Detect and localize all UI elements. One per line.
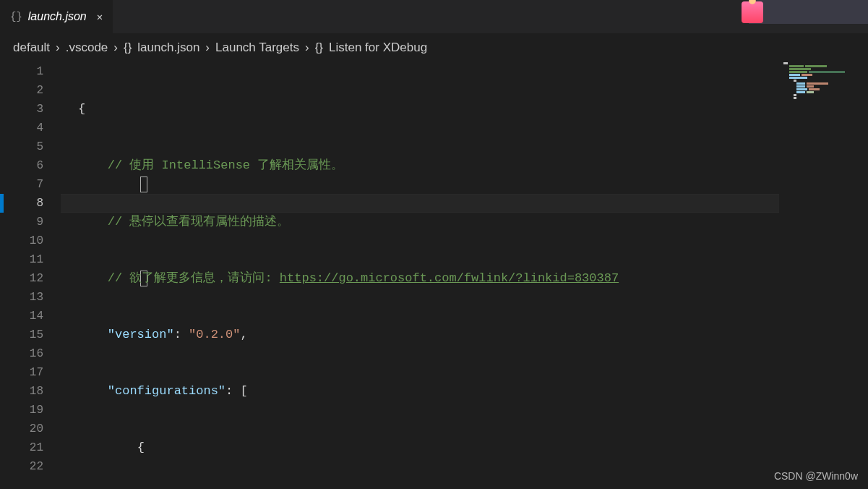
crumb-default[interactable]: default bbox=[13, 41, 50, 55]
chevron-icon: › bbox=[205, 41, 210, 55]
chevron-icon: › bbox=[305, 41, 309, 55]
code-line[interactable]: // 悬停以查看现有属性的描述。 bbox=[61, 213, 868, 231]
top-right-widget[interactable] bbox=[749, 0, 868, 24]
code-line[interactable]: "version": "0.2.0", bbox=[61, 326, 868, 344]
code-line[interactable]: { bbox=[61, 438, 868, 457]
docs-link[interactable]: https://go.microsoft.com/fwlink/?linkid=… bbox=[280, 271, 619, 285]
crumb-launch-targets[interactable]: Launch Targets bbox=[215, 41, 299, 55]
watermark: CSDN @ZWinn0w bbox=[774, 470, 858, 482]
crumb-file[interactable]: launch.json bbox=[137, 41, 199, 55]
gift-icon[interactable] bbox=[742, 1, 763, 23]
json-icon: {} bbox=[315, 41, 323, 55]
editor-tab[interactable]: {} launch.json ✕ bbox=[0, 0, 113, 33]
tab-filename: launch.json bbox=[28, 10, 87, 23]
json-icon: {} bbox=[124, 41, 132, 55]
chevron-icon: › bbox=[56, 41, 60, 55]
tab-bar: {} launch.json ✕ bbox=[0, 0, 868, 33]
line-number-gutter: 12345678910111213141516171819202122 bbox=[0, 62, 61, 489]
code-line[interactable]: { bbox=[61, 100, 868, 119]
editor[interactable]: 12345678910111213141516171819202122 { //… bbox=[0, 62, 868, 489]
breadcrumb: default › .vscode › {} launch.json › Lau… bbox=[0, 33, 868, 62]
close-icon[interactable]: ✕ bbox=[97, 11, 103, 23]
code-line[interactable]: // 欲了解更多信息，请访问: https://go.microsoft.com… bbox=[61, 269, 868, 288]
crumb-listen[interactable]: Listen for XDebug bbox=[329, 41, 427, 55]
json-icon: {} bbox=[10, 11, 22, 22]
crumb-vscode[interactable]: .vscode bbox=[66, 41, 108, 55]
code-line[interactable]: "configurations": [ bbox=[61, 382, 868, 401]
code-line[interactable]: // 使用 IntelliSense 了解相关属性。 bbox=[61, 156, 868, 175]
code-area[interactable]: { // 使用 IntelliSense 了解相关属性。 // 悬停以查看现有属… bbox=[61, 62, 868, 489]
chevron-icon: › bbox=[113, 41, 118, 55]
